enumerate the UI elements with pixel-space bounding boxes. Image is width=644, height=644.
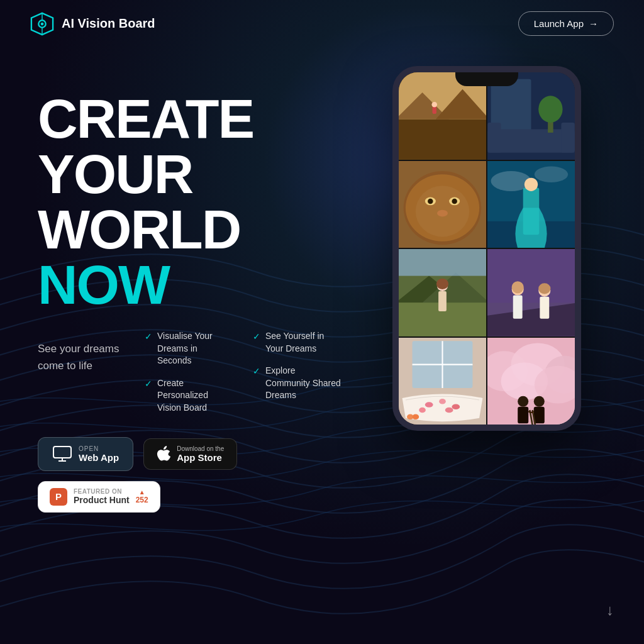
check-icon-3: ✓ — [253, 331, 260, 343]
main-content: CREATE YOUR WORLD NOW See your dreams co… — [0, 47, 644, 513]
web-app-open-label: OPEN — [79, 445, 119, 452]
svg-rect-49 — [487, 249, 575, 303]
logo-text: AI Vision Board — [62, 16, 155, 31]
svg-point-30 — [452, 198, 457, 204]
app-store-label: App Store — [177, 452, 224, 463]
launch-app-arrow: → — [589, 18, 598, 29]
feature-text-1: Visualise Your Dreams in Seconds — [157, 330, 234, 367]
svg-point-26 — [404, 170, 482, 244]
svg-point-74 — [534, 396, 545, 406]
svg-rect-6 — [53, 447, 71, 458]
hero-line-1: CREATE — [38, 91, 342, 147]
launch-app-button[interactable]: Launch App → — [518, 11, 614, 36]
hero-line-2: YOUR — [38, 147, 342, 202]
check-icon-4: ✓ — [253, 365, 260, 378]
phone-screen — [399, 72, 575, 425]
svg-point-3 — [41, 22, 44, 25]
check-icon-2: ✓ — [145, 378, 152, 391]
phone-image-8 — [487, 338, 575, 425]
svg-point-15 — [431, 102, 437, 108]
navbar: AI Vision Board Launch App → — [0, 0, 644, 47]
features-list: ✓ Visualise Your Dreams in Seconds ✓ Cre… — [145, 330, 342, 414]
svg-rect-54 — [540, 297, 549, 319]
svg-point-73 — [518, 396, 528, 406]
feature-col-2: ✓ See Yourself in Your Dreams ✓ Explore … — [253, 330, 342, 414]
product-hunt-logo: P — [50, 488, 67, 506]
svg-rect-76 — [534, 406, 545, 423]
svg-point-29 — [428, 198, 433, 204]
check-icon-1: ✓ — [145, 331, 152, 343]
svg-point-45 — [436, 279, 448, 289]
ph-name-label: Product Hunt — [74, 495, 130, 505]
product-hunt-button[interactable]: P FEATURED ON Product Hunt ▲ 252 — [38, 481, 160, 513]
left-content: CREATE YOUR WORLD NOW See your dreams co… — [38, 79, 342, 513]
phone-frame — [392, 66, 581, 431]
svg-point-66 — [407, 414, 414, 419]
feature-text-3: See Yourself in Your Dreams — [265, 330, 342, 355]
hero-line-4: NOW — [38, 257, 342, 313]
phone-image-5 — [399, 249, 486, 336]
ph-featured-label: FEATURED ON — [74, 488, 130, 495]
phone-image-6 — [487, 249, 575, 336]
phone-image-3 — [399, 161, 486, 248]
hero-heading: CREATE YOUR WORLD NOW — [38, 91, 342, 313]
feature-col-1: ✓ Visualise Your Dreams in Seconds ✓ Cre… — [145, 330, 234, 414]
ph-upvote-arrow: ▲ — [139, 489, 145, 496]
svg-rect-51 — [513, 296, 523, 319]
svg-point-55 — [538, 283, 550, 294]
launch-app-label: Launch App — [534, 18, 584, 29]
bottom-section: See your dreams come to life ✓ Visualise… — [38, 325, 342, 414]
phone-notch — [455, 72, 518, 86]
svg-point-35 — [535, 166, 568, 182]
feature-item-3: ✓ See Yourself in Your Dreams — [253, 330, 342, 355]
product-hunt-info: FEATURED ON Product Hunt — [74, 488, 130, 505]
phone-mockup-area — [367, 66, 606, 431]
app-store-pre-label: Download on the — [177, 445, 224, 452]
logo[interactable]: AI Vision Board — [30, 12, 155, 36]
apple-icon — [157, 446, 170, 462]
feature-item-1: ✓ Visualise Your Dreams in Seconds — [145, 330, 234, 367]
svg-point-64 — [445, 407, 453, 413]
svg-rect-75 — [518, 406, 528, 423]
cta-buttons: OPEN Web App Download on the App Store P — [38, 437, 342, 513]
svg-point-62 — [452, 404, 460, 409]
tagline: See your dreams come to life — [38, 340, 145, 374]
feature-text-4: Explore Community Shared Dreams — [265, 365, 342, 402]
svg-rect-19 — [487, 123, 501, 153]
svg-point-60 — [425, 402, 433, 408]
svg-point-22 — [538, 96, 562, 123]
down-arrow-icon: ↓ — [606, 601, 614, 618]
svg-point-61 — [439, 398, 446, 404]
phone-image-7 — [399, 338, 486, 425]
phone-image-4 — [487, 161, 575, 248]
svg-rect-20 — [561, 123, 574, 153]
tagline-text: See your dreams come to life — [38, 343, 119, 372]
web-app-label: Web App — [79, 452, 119, 463]
svg-rect-10 — [399, 119, 486, 160]
app-store-button[interactable]: Download on the App Store — [143, 438, 237, 470]
feature-item-4: ✓ Explore Community Shared Dreams — [253, 365, 342, 402]
feature-text-2: Create Personalized Vision Board — [157, 377, 234, 414]
logo-icon — [30, 12, 54, 36]
hero-line-3: WORLD — [38, 202, 342, 257]
svg-point-63 — [419, 407, 426, 413]
scroll-down-arrow[interactable]: ↓ — [606, 601, 614, 619]
svg-rect-42 — [399, 249, 486, 276]
svg-point-52 — [512, 281, 524, 293]
svg-point-31 — [437, 209, 448, 216]
ph-count-value: 252 — [136, 496, 148, 504]
svg-point-37 — [525, 177, 538, 191]
web-app-button[interactable]: OPEN Web App — [38, 437, 133, 471]
svg-rect-44 — [438, 291, 447, 311]
product-hunt-count: ▲ 252 — [136, 489, 148, 504]
feature-item-2: ✓ Create Personalized Vision Board — [145, 377, 234, 414]
monitor-icon — [52, 445, 72, 463]
